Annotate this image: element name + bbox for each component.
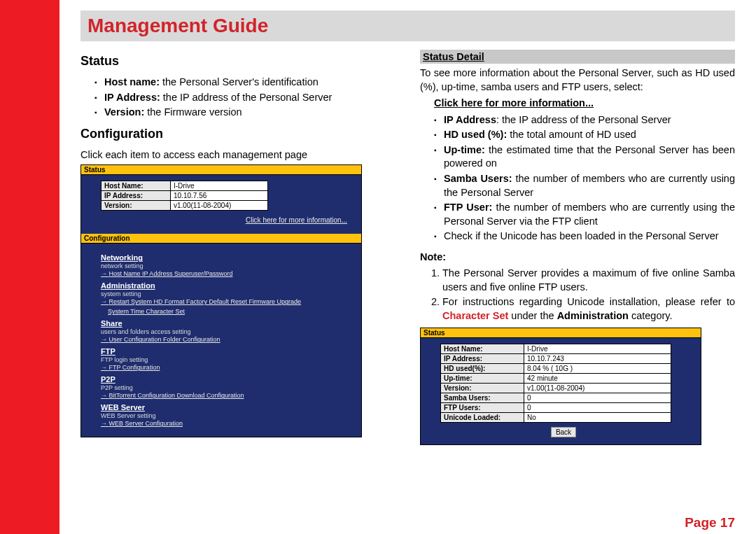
detail-item: IP Address: the IP address of the Person…	[434, 113, 735, 127]
note-item: The Personal Server provides a maximum o…	[442, 267, 735, 294]
status-item: Version: the Firmware version	[94, 106, 396, 120]
config-heading: Configuration	[80, 127, 396, 141]
mini2-status-table: Host Name:I-DriveIP Address:10.10.7.243H…	[440, 344, 671, 423]
mini1-status-hdr: Status	[81, 165, 361, 175]
detail-item: FTP User: the number of members who are …	[434, 201, 735, 228]
note-heading: Note:	[420, 251, 446, 262]
mini1-more-link[interactable]: Click here for more information...	[101, 216, 347, 224]
mini1-config-body: Networkingnetwork settingHost Name IP Ad…	[81, 244, 361, 437]
note-item: For instructions regarding Unicode insta…	[442, 295, 735, 323]
right-column: Status Detail To see more information ab…	[420, 50, 735, 510]
status-detail-intro: To see more information about the Person…	[420, 66, 735, 94]
status-detail-list: IP Address: the IP address of the Person…	[420, 113, 735, 244]
status-item: Host name: the Personal Server's identif…	[94, 76, 396, 90]
red-sidebar	[0, 0, 59, 534]
mini1-config-hdr: Configuration	[81, 234, 361, 244]
page-wrap: Management Guide Status Host name: the P…	[0, 0, 756, 534]
page-title: Management Guide	[80, 10, 735, 41]
mini2-status-hdr: Status	[421, 328, 701, 338]
page-number: Page 17	[80, 510, 735, 531]
left-column: Status Host name: the Personal Server's …	[80, 50, 396, 510]
status-heading: Status	[80, 54, 396, 69]
status-list: Host name: the Personal Server's identif…	[80, 76, 396, 120]
status-detail-heading: Status Detail	[420, 50, 735, 64]
detail-item: HD used (%): the total amount of HD used	[434, 128, 735, 142]
click-here-link[interactable]: Click here for more information...	[434, 97, 594, 108]
detail-item: Up-time: the estimated time that the Per…	[434, 143, 735, 171]
config-screenshot: Status Host Name:I-DriveIP Address:10.10…	[80, 164, 362, 437]
mini1-status-table: Host Name:I-DriveIP Address:10.10.7.56Ve…	[101, 181, 268, 211]
status-detail-screenshot: Status Host Name:I-DriveIP Address:10.10…	[420, 328, 701, 445]
detail-item: Samba Users: the number of members who a…	[434, 172, 735, 199]
content-area: Management Guide Status Host name: the P…	[59, 0, 756, 534]
config-intro: Click each item to access each managemen…	[80, 148, 396, 162]
back-button[interactable]: Back	[551, 427, 576, 437]
detail-item: Check if the Unicode has been loaded in …	[434, 230, 735, 244]
status-item: IP Address: the IP address of the Person…	[94, 91, 396, 105]
note-list: The Personal Server provides a maximum o…	[420, 267, 735, 323]
columns: Status Host name: the Personal Server's …	[80, 50, 735, 510]
